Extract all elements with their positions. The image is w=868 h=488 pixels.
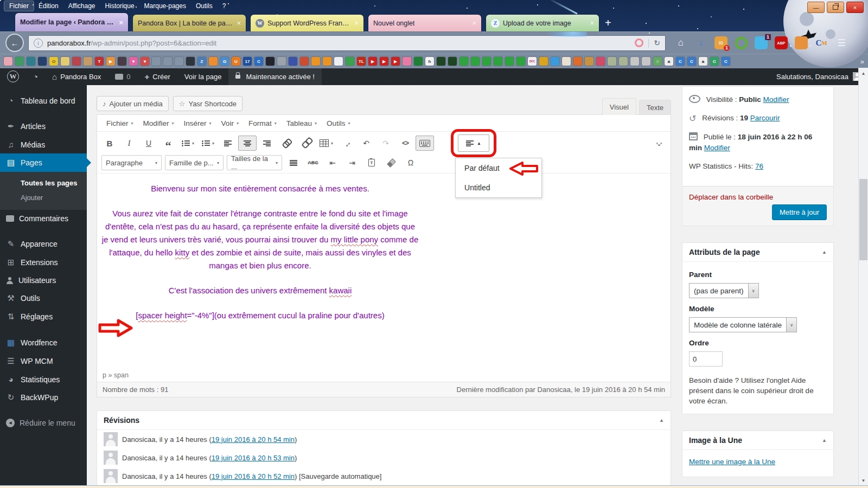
strikethrough-button[interactable]: ABC [304,155,322,170]
bookmark-icon[interactable] [346,57,354,66]
bookmark-icon[interactable] [175,57,183,66]
tab-close-icon[interactable]: × [469,19,476,27]
sidebar-item-reglages[interactable]: ⇅Réglages [0,307,87,326]
bookmark-icon[interactable] [38,57,47,66]
bookmark-icon[interactable]: ☆ [653,57,662,66]
bookmark-icon[interactable]: TL [357,57,366,66]
window-close-button[interactable]: × [846,2,864,13]
tab-close-icon[interactable]: × [351,19,359,27]
bookmark-icon[interactable] [84,57,92,66]
bookmark-icon[interactable] [61,57,69,66]
parent-select[interactable]: (pas de parent) ∨ [689,283,759,298]
table-button[interactable]: ▾ [316,136,336,151]
menu-outils[interactable]: Outils [191,1,218,11]
sidebar-item-extensions[interactable]: ⊞Extensions [0,253,87,272]
revision-date-link[interactable]: 19 juin 2016 à 20 h 54 min [212,435,295,444]
sidebar-item-medias[interactable]: ♫Médias [0,136,87,153]
tab-pandora-box-la-boite-de-pan[interactable]: Pandora Box | La boite de pan...× [133,15,246,31]
bookmark-icon[interactable]: O [49,57,58,66]
cm-icon[interactable]: CM [815,36,828,49]
new-content-menu[interactable]: +Créer [138,68,177,85]
bookmark-icon[interactable] [277,57,286,66]
bookmark-icon[interactable] [642,57,650,66]
bookmark-icon[interactable]: Z [197,57,206,66]
special-character-button[interactable]: Ω [401,155,420,170]
bookmark-icon[interactable] [186,57,195,66]
comments-menu[interactable]: 0 [108,68,137,85]
hits-link[interactable]: 76 [755,162,763,170]
mail-icon[interactable]: ✉1 [714,36,727,49]
collapse-toggle-icon[interactable]: ▲ [822,249,827,255]
bookmark-icon[interactable]: OFC [528,57,537,66]
code-button[interactable]: <> [396,136,414,151]
bullet-list-button[interactable]: ▾ [178,136,197,151]
style-select-button[interactable]: ▲ [458,134,489,152]
bookmark-icon[interactable] [334,57,343,66]
align-center-button[interactable] [238,136,257,151]
bookmark-icon[interactable]: C [710,57,719,66]
bookmark-icon[interactable] [4,57,12,66]
sidebar-item-reduire-le-menu[interactable]: ◀Réduire le menu [0,414,87,432]
download-icon[interactable]: ↓ [694,36,707,49]
bookmark-icon[interactable]: C [722,57,730,66]
bookmark-icon[interactable]: ▶ [106,57,115,66]
bookmark-icon[interactable] [72,57,81,66]
paragraph-format-select[interactable]: Paragraphe▾ [101,155,162,170]
fullscreen-button[interactable]: ↔ [337,136,356,151]
sidebar-item-utilisateurs[interactable]: Utilisateurs [0,272,87,289]
view-page-menu[interactable]: Voir la page [177,68,229,85]
sidebar-item-tableau-de-bord[interactable]: ◔Tableau de bord [0,92,87,110]
blockquote-button[interactable]: “ [159,136,177,151]
bookmark-icon[interactable] [471,57,480,66]
sidebar-item-ajouter[interactable]: Ajouter [0,190,87,205]
bookmark-icon[interactable] [562,57,571,66]
sidebar-item-toutes-les-pages[interactable]: Toutes les pages [0,176,87,190]
sidebar-item-wp-mcm[interactable]: ☰WP MCM [0,352,87,370]
window-minimize-button[interactable]: — [807,2,825,13]
font-size-select[interactable]: Tailles de la ...▾ [227,155,282,170]
update-button[interactable]: Mettre à jour [772,204,827,220]
paste-as-text-button[interactable] [362,155,381,170]
bookmark-icon[interactable]: C [254,57,263,66]
bookmark-icon[interactable]: ▶ [380,57,388,66]
bookmark-icon[interactable] [414,57,423,66]
fox-icon[interactable]: ▾ [795,36,808,49]
align-right-button[interactable] [258,136,276,151]
revision-date-link[interactable]: 19 juin 2016 à 20 h 52 min [212,472,295,480]
add-media-button[interactable]: ♪Ajouter un média [97,96,169,111]
bookmark-icon[interactable] [596,57,605,66]
numbered-list-button[interactable]: ▾ [199,136,218,151]
tab-close-icon[interactable]: × [586,19,594,27]
bookmark-icon[interactable]: ♥ [141,57,149,66]
hamburger-menu-icon[interactable]: ☰ [835,36,848,49]
sidebar-item-articles[interactable]: ✒Articles [0,117,87,136]
editor-menu-tableau[interactable]: Tableau▾ [282,117,322,130]
bookmark-icon[interactable]: a [665,57,673,66]
bookmark-icon[interactable]: a [699,57,707,66]
bookmark-icon[interactable]: G [220,57,229,66]
wp-statistics-menu[interactable]: ◔ [26,68,45,85]
bookmark-icon[interactable] [289,57,297,66]
align-left-button[interactable] [219,136,237,151]
sidebar-item-statistiques[interactable]: ◕Statistiques [0,370,87,388]
scroll-down-icon[interactable]: ▼ [859,476,868,485]
revision-date-link[interactable]: 19 juin 2016 à 20 h 53 min [212,454,295,462]
sidebar-item-wordfence[interactable]: ▦Wordfence [0,333,87,352]
collapse-toggle-icon[interactable]: ▲ [822,438,827,443]
collapse-toggle-icon[interactable]: ▲ [659,418,664,423]
bookmark-icon[interactable] [27,57,35,66]
sidebar-item-pages[interactable]: ▤Pages [0,153,87,172]
bookmark-icon[interactable] [482,57,491,66]
order-input[interactable] [689,351,723,367]
bookmark-icon[interactable]: ♥ [129,57,138,66]
toolbar-toggle-button[interactable] [416,136,434,151]
bookmark-icon[interactable] [118,57,126,66]
bookmark-icon[interactable] [437,57,445,66]
element-path[interactable]: p » span [97,369,671,382]
browser-scrollbar[interactable]: ▲ ▼ [858,68,868,486]
font-family-select[interactable]: Famille de p...▾ [165,155,224,170]
insert-link-button[interactable] [277,136,296,151]
scroll-up-icon[interactable]: ▲ [859,69,868,78]
bookmark-icon[interactable] [448,57,457,66]
bookmark-icon[interactable] [323,57,331,66]
